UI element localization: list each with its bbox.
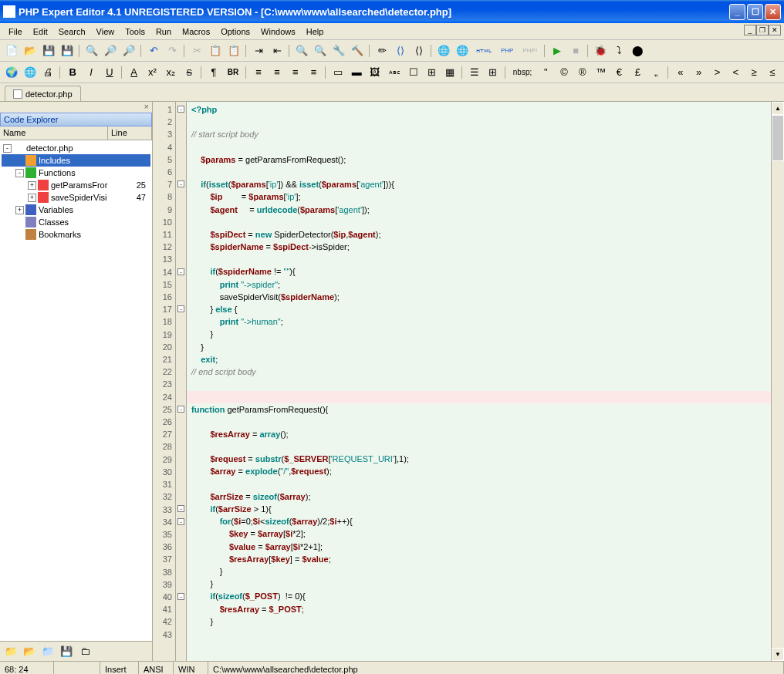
fold-icon[interactable]: - [177,106,184,113]
quote-icon[interactable]: " [537,64,554,81]
expand-icon[interactable]: + [28,194,36,202]
fold-column[interactable]: -------- [176,102,187,661]
new-file-icon[interactable]: 📄 [3,42,20,59]
code-area[interactable]: <?php // start script body $params = get… [187,102,771,661]
nbsp-icon[interactable]: nbsp; [509,64,536,81]
paste-icon[interactable]: 📋 [225,42,242,59]
lt-icon[interactable]: < [727,64,744,81]
laquo-icon[interactable]: « [672,64,689,81]
copy-icon[interactable]: 📋 [207,42,224,59]
menu-run[interactable]: Run [150,25,177,38]
zoom-in-icon[interactable]: 🔍 [293,42,310,59]
table-icon[interactable]: ⊞ [424,64,441,81]
comment-icon[interactable]: ⟨⟩ [392,42,409,59]
step-icon[interactable]: ⤵ [610,42,627,59]
redo-icon[interactable]: ↷ [164,42,181,59]
tree-node[interactable]: +getParamsFror25 [2,179,150,191]
underline-icon[interactable]: U [101,64,118,81]
fold-icon[interactable]: - [177,518,184,525]
menu-file[interactable]: File [3,25,28,38]
mdi-minimize-button[interactable]: _ [744,25,756,35]
calc-icon[interactable]: ⊞ [485,64,502,81]
mdi-restore-button[interactable]: ❐ [756,25,769,35]
tree-node[interactable]: +Variables [2,204,150,216]
menu-edit[interactable]: Edit [28,25,53,38]
folder-yellow-icon[interactable]: 📁 [2,643,19,660]
expand-icon[interactable]: + [28,181,36,190]
indent-icon[interactable]: ⇥ [250,42,267,59]
abc-icon[interactable]: ᴀʙᴄ [385,64,404,81]
image-icon[interactable]: 🖼 [367,64,384,81]
list-icon[interactable]: ☰ [466,64,483,81]
outdent-icon[interactable]: ⇤ [269,42,286,59]
vertical-scrollbar[interactable]: ▲ ▼ [771,102,784,661]
stop-icon[interactable]: ■ [567,42,584,59]
rect2-icon[interactable]: ▬ [348,64,365,81]
minimize-button[interactable]: _ [729,4,745,20]
menu-tools[interactable]: Tools [120,25,150,38]
form-icon[interactable]: ☐ [405,64,422,81]
tree-node[interactable]: Bookmarks [2,228,150,241]
trademark-icon[interactable]: ™ [593,64,610,81]
fold-icon[interactable]: - [177,505,184,512]
maximize-button[interactable]: ☐ [747,4,763,20]
scroll-down-icon[interactable]: ▼ [772,648,784,661]
fold-icon[interactable]: - [177,593,184,600]
file-tab[interactable]: detector.php [5,86,81,101]
folder-blue-icon[interactable]: 📁 [39,643,56,660]
grid-icon[interactable]: ▦ [441,64,458,81]
browser2-icon[interactable]: 🌐 [454,42,471,59]
php2-icon[interactable]: PHP! [519,42,541,59]
tool2-icon[interactable]: 🔨 [349,42,366,59]
fold-icon[interactable]: - [177,268,184,275]
align-justify-icon[interactable]: ≡ [306,64,323,81]
html-icon[interactable]: ʜᴛᴍʟ [472,42,495,59]
code-tree[interactable]: -detector.phpIncludes-Functions+getParam… [0,140,152,641]
save-icon[interactable]: 💾 [40,42,57,59]
expand-icon[interactable]: - [15,169,24,177]
globe2-icon[interactable]: 🌐 [22,64,39,81]
refresh-icon[interactable]: 🗀 [76,643,93,660]
open-file-icon[interactable]: 📂 [22,42,39,59]
pound-icon[interactable]: £ [629,64,646,81]
font-icon[interactable]: A [126,64,143,81]
menu-windows[interactable]: Windows [255,25,301,38]
menu-options[interactable]: Options [215,25,255,38]
breakpoint-icon[interactable]: ⬤ [629,42,646,59]
scroll-thumb[interactable] [772,115,784,161]
php-icon[interactable]: PHP [497,42,517,59]
find-icon[interactable]: 🔍 [83,42,100,59]
ge-icon[interactable]: ≥ [745,64,762,81]
col-line[interactable]: Line [108,126,152,140]
close-button[interactable]: ✕ [765,4,781,20]
replace-icon[interactable]: 🔎 [102,42,119,59]
scroll-up-icon[interactable]: ▲ [772,102,784,115]
zoom-out-icon[interactable]: 🔍 [312,42,329,59]
rect-icon[interactable]: ▭ [329,64,346,81]
find-next-icon[interactable]: 🔎 [120,42,137,59]
tree-node[interactable]: -detector.php [2,142,150,154]
le-icon[interactable]: ≤ [764,64,781,81]
print-icon[interactable]: 🖨 [40,64,57,81]
registered-icon[interactable]: ® [574,64,591,81]
italic-icon[interactable]: I [83,64,100,81]
code-editor[interactable]: 1234567891011121314151617181920212223242… [153,102,784,661]
edit-icon[interactable]: ✏ [373,42,390,59]
fold-icon[interactable]: - [177,180,184,187]
tree-node[interactable]: +saveSpiderVisi47 [2,191,150,204]
align-right-icon[interactable]: ≡ [287,64,304,81]
mdi-close-button[interactable]: ✕ [769,25,781,35]
fold-icon[interactable]: - [177,305,184,312]
euro-icon[interactable]: € [611,64,628,81]
cut-icon[interactable]: ✂ [188,42,205,59]
tree-node[interactable]: -Functions [2,167,150,179]
run-icon[interactable]: ▶ [549,42,566,59]
strike-icon[interactable]: S [181,64,198,81]
superscript-icon[interactable]: x² [144,64,161,81]
comma-icon[interactable]: „ [647,64,664,81]
paragraph-icon[interactable]: ¶ [205,64,222,81]
debug-icon[interactable]: 🐞 [592,42,609,59]
tree-node[interactable]: Classes [2,216,150,228]
browser-icon[interactable]: 🌐 [435,42,452,59]
menu-macros[interactable]: Macros [177,25,215,38]
